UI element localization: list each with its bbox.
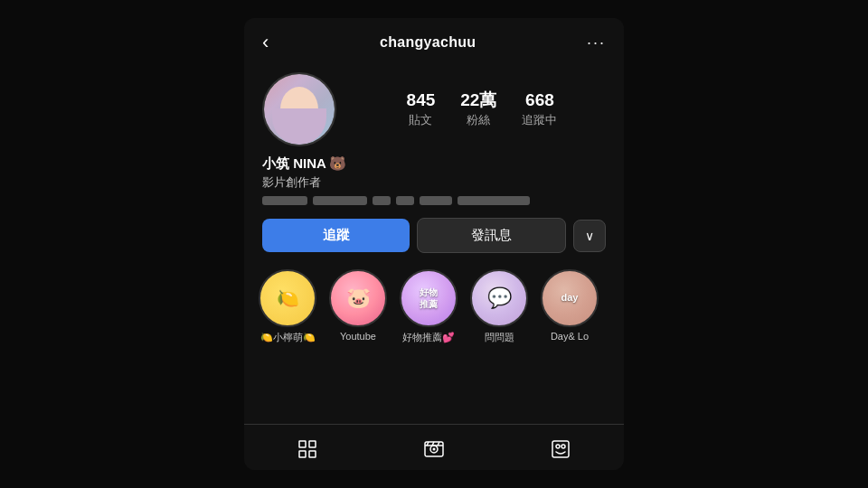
highlight-qna[interactable]: 💬 問問題 bbox=[470, 269, 528, 344]
redacted-4 bbox=[396, 196, 414, 205]
youtube-pig-icon: 🐷 bbox=[346, 286, 371, 310]
action-buttons: 追蹤 發訊息 ∨ bbox=[244, 205, 624, 262]
tagged-icon bbox=[550, 438, 571, 460]
bio-name: 小筑 NINA 🐻 bbox=[262, 155, 606, 173]
posts-label: 貼文 bbox=[409, 112, 432, 128]
svg-rect-3 bbox=[309, 451, 316, 457]
avatar[interactable] bbox=[262, 72, 336, 146]
avatar-image bbox=[264, 74, 335, 145]
highlight-circle-goods[interactable]: 好物推薦 bbox=[400, 269, 458, 327]
username-label: changyachuu bbox=[380, 34, 476, 51]
redacted-3 bbox=[373, 196, 391, 205]
following-label: 追蹤中 bbox=[522, 112, 557, 128]
stats-container: 845 貼文 22萬 粉絲 668 追蹤中 bbox=[358, 90, 606, 129]
message-button[interactable]: 發訊息 bbox=[417, 218, 566, 253]
tab-reels[interactable] bbox=[416, 436, 452, 463]
redacted-2 bbox=[313, 196, 367, 205]
svg-point-6 bbox=[433, 448, 436, 451]
goods-inner-text: 好物推薦 bbox=[420, 286, 438, 310]
highlights-section: 🍋 🍋小檸萌🍋 🐷 Youtube 好物推薦 好物推薦💕 💬 問問題 day bbox=[244, 262, 624, 353]
followers-label: 粉絲 bbox=[467, 112, 490, 128]
phone-screen: ‹ changyachuu ··· 845 貼文 22萬 粉絲 668 追蹤中 bbox=[244, 18, 624, 470]
redacted-6 bbox=[458, 196, 530, 205]
bottom-tabs bbox=[244, 424, 624, 470]
bio-section: 小筑 NINA 🐻 影片創作者 bbox=[244, 146, 624, 205]
highlight-label-goods: 好物推薦💕 bbox=[402, 331, 455, 344]
tab-tagged[interactable] bbox=[542, 436, 579, 463]
highlight-circle-youtube[interactable]: 🐷 bbox=[329, 269, 387, 327]
redacted-5 bbox=[420, 196, 452, 205]
redacted-1 bbox=[262, 196, 307, 205]
speech-bubble-icon: 💬 bbox=[487, 286, 512, 310]
highlight-label-lemon: 🍋小檸萌🍋 bbox=[260, 331, 316, 344]
highlight-lemon[interactable]: 🍋 🍋小檸萌🍋 bbox=[259, 269, 316, 344]
grid-icon bbox=[297, 438, 318, 460]
highlight-goods[interactable]: 好物推薦 好物推薦💕 bbox=[400, 269, 458, 344]
posts-count: 845 bbox=[407, 90, 436, 111]
highlight-day[interactable]: day Day& Lo bbox=[541, 269, 599, 344]
stat-followers[interactable]: 22萬 粉絲 bbox=[460, 90, 496, 129]
highlight-label-day: Day& Lo bbox=[551, 331, 589, 342]
reels-icon bbox=[423, 438, 445, 460]
highlight-circle-lemon[interactable]: 🍋 bbox=[259, 269, 316, 327]
highlight-circle-qna[interactable]: 💬 bbox=[470, 269, 528, 327]
back-button[interactable]: ‹ bbox=[262, 31, 269, 54]
svg-rect-11 bbox=[552, 441, 569, 457]
lemon-emoji-icon: 🍋 bbox=[277, 287, 299, 309]
profile-top-row: 845 貼文 22萬 粉絲 668 追蹤中 bbox=[262, 72, 606, 146]
day-inner-text: day bbox=[561, 292, 579, 304]
svg-rect-0 bbox=[299, 441, 306, 447]
highlight-circle-day[interactable]: day bbox=[541, 269, 599, 327]
svg-rect-2 bbox=[299, 451, 306, 457]
stat-following[interactable]: 668 追蹤中 bbox=[522, 90, 557, 129]
more-button[interactable]: ··· bbox=[587, 33, 606, 52]
highlight-label-qna: 問問題 bbox=[485, 331, 514, 344]
follow-button[interactable]: 追蹤 bbox=[262, 219, 410, 252]
dropdown-button[interactable]: ∨ bbox=[573, 220, 606, 252]
stat-posts: 845 貼文 bbox=[407, 90, 436, 129]
tab-grid[interactable] bbox=[289, 436, 326, 463]
svg-point-13 bbox=[561, 445, 565, 448]
svg-point-12 bbox=[556, 445, 560, 448]
following-count: 668 bbox=[525, 90, 554, 111]
profile-section: 845 貼文 22萬 粉絲 668 追蹤中 bbox=[244, 63, 624, 146]
bio-redacted-lines bbox=[262, 196, 606, 205]
header: ‹ changyachuu ··· bbox=[244, 18, 624, 63]
svg-rect-1 bbox=[309, 441, 316, 447]
highlight-label-youtube: Youtube bbox=[340, 331, 376, 342]
bio-description: 影片創作者 bbox=[262, 174, 606, 191]
followers-count: 22萬 bbox=[460, 90, 496, 111]
highlight-youtube[interactable]: 🐷 Youtube bbox=[329, 269, 387, 344]
